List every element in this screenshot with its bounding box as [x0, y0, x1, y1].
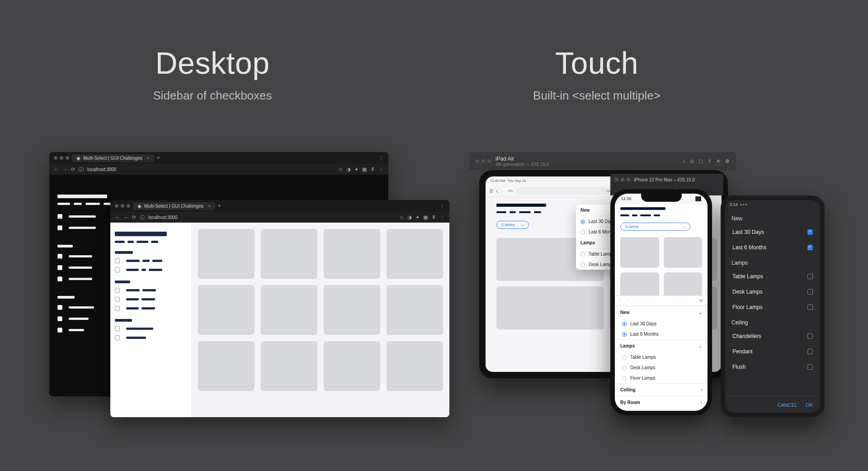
devtools-icon[interactable]: ▦	[362, 167, 367, 172]
share-icon[interactable]: ⇪	[708, 158, 712, 164]
option-row[interactable]: Flush	[729, 359, 816, 375]
checkbox-row[interactable]	[115, 267, 187, 272]
chevron-down-icon[interactable]: ˅	[626, 298, 628, 303]
simulator-titlebar: iPad Air 4th generation — iOS 15.0 ⌂ ⊙ ▢…	[469, 152, 736, 170]
back-icon[interactable]: ←	[54, 167, 59, 172]
checkbox-row[interactable]	[115, 335, 187, 340]
window-traffic-lights[interactable]	[615, 178, 630, 181]
grid-tile[interactable]	[198, 229, 255, 279]
brightness-icon[interactable]: ☀	[716, 158, 721, 164]
devtools-icon[interactable]: ▦	[423, 214, 428, 220]
window-traffic-lights[interactable]	[54, 156, 69, 160]
option-row[interactable]: Pendant	[729, 344, 816, 359]
section-header[interactable]: By Room›	[615, 396, 708, 409]
new-tab-button[interactable]: +	[157, 155, 160, 161]
checkbox-row[interactable]	[115, 258, 187, 263]
select-sheet[interactable]: ˄˅ ✕ New⌄ Last 30 Days Last 6 Months Lam…	[615, 295, 708, 411]
section-header[interactable]: Ceiling›	[615, 383, 708, 396]
close-icon[interactable]: ×	[208, 204, 211, 209]
sidebar-icon[interactable]: ▥	[489, 188, 493, 193]
chevron-up-icon[interactable]: ˄	[619, 298, 622, 303]
option-row[interactable]: Desk Lamps	[729, 284, 816, 300]
url-field[interactable]: localhost:3000	[148, 215, 396, 220]
option-row[interactable]: Last 30 Days	[729, 224, 816, 240]
browser-tab[interactable]: ◉ Multi-Select | GUI Challenges ×	[72, 154, 154, 162]
back-icon[interactable]: ‹	[496, 187, 498, 195]
info-icon[interactable]: ⓘ	[79, 166, 84, 173]
option-row[interactable]: Last 6 Months	[729, 240, 816, 255]
grid-tile[interactable]	[261, 285, 317, 335]
star-icon[interactable]: ☆	[338, 167, 343, 172]
checkbox-row[interactable]	[115, 306, 187, 311]
more-icon[interactable]: ⋮	[379, 155, 384, 161]
filter-pill[interactable]: 3 Items	[620, 223, 690, 231]
option-row[interactable]: Table Lamps	[615, 352, 708, 362]
home-icon[interactable]: ⌂	[682, 158, 685, 164]
star-icon[interactable]: ☆	[399, 214, 404, 220]
new-tab-button[interactable]: +	[218, 203, 221, 209]
browser-tab[interactable]: ◉ Multi-Select | GUI Challenges ×	[133, 202, 215, 210]
mic-icon[interactable]: 🎙	[431, 214, 436, 220]
rotate-icon[interactable]: ▢	[698, 158, 703, 164]
filter-pill[interactable]: 2 Items	[496, 221, 529, 229]
option-row[interactable]: Desk Lamps	[615, 362, 708, 373]
tab-bar: ◉ Multi-Select | GUI Challenges × + ⋮	[49, 152, 388, 164]
section-header[interactable]: Lamps⌄	[615, 339, 708, 352]
tab-bar: ◉ Multi-Select | GUI Challenges × + ⋮	[110, 200, 449, 212]
heading-touch-title: Touch	[461, 45, 732, 81]
grid-tile[interactable]	[387, 285, 443, 335]
mic-icon[interactable]: 🎙	[370, 167, 375, 172]
option-row[interactable]: Last 30 Days	[615, 319, 708, 329]
extension-icon[interactable]: ✦	[354, 167, 359, 172]
reload-icon[interactable]: ⟳	[132, 214, 136, 220]
option-row[interactable]: Floor Lamps	[615, 373, 708, 383]
grid-tile[interactable]	[198, 285, 255, 335]
shield-icon[interactable]: ◑	[407, 214, 412, 220]
grid-tile[interactable]	[387, 229, 443, 279]
cancel-button[interactable]: CANCEL	[777, 402, 797, 408]
chevron-down-icon: ⌄	[698, 310, 702, 315]
reload-icon[interactable]: ⟳	[71, 167, 75, 172]
grid-tile[interactable]	[324, 285, 380, 335]
window-traffic-lights[interactable]	[115, 204, 130, 208]
grid-tile[interactable]	[496, 286, 604, 329]
option-row[interactable]: Chandeliers	[729, 328, 816, 344]
text-size-button[interactable]: AA	[506, 189, 515, 193]
grid-tile[interactable]	[324, 341, 380, 391]
grid-tile[interactable]	[261, 341, 317, 391]
checkbox-checked-icon	[807, 229, 813, 235]
menu-icon[interactable]: ⋮	[379, 167, 384, 172]
ok-button[interactable]: OK	[806, 402, 813, 408]
grid-tile[interactable]	[387, 341, 443, 391]
radio-icon	[580, 252, 585, 257]
section-header[interactable]: New⌄	[615, 306, 708, 319]
close-icon[interactable]: ✕	[699, 298, 703, 304]
grid-tile[interactable]	[620, 237, 659, 268]
option-row[interactable]: Floor Lamps	[729, 300, 816, 315]
checkbox-row[interactable]	[115, 288, 187, 293]
checkbox-row[interactable]	[115, 297, 187, 302]
forward-icon[interactable]: →	[62, 167, 67, 172]
option-row[interactable]: Last 6 Months	[615, 329, 708, 339]
shield-icon[interactable]: ◑	[346, 167, 351, 172]
grid-tile[interactable]	[324, 229, 380, 279]
more-icon[interactable]: ⋮	[440, 203, 445, 209]
extension-icon[interactable]: ✦	[415, 214, 420, 220]
sheet-toolbar: ˄˅ ✕	[615, 296, 708, 306]
camera-icon[interactable]: ⊙	[690, 158, 694, 164]
url-field[interactable]: localhost:3000	[87, 167, 335, 172]
checkbox-row[interactable]	[115, 326, 187, 331]
info-icon[interactable]: ⓘ	[140, 214, 145, 221]
menu-icon[interactable]: ⋮	[440, 214, 445, 220]
grid-tile[interactable]	[198, 341, 255, 391]
window-traffic-lights[interactable]	[476, 159, 491, 163]
back-icon[interactable]: ←	[115, 214, 120, 220]
forward-icon[interactable]: ›	[501, 187, 503, 195]
settings-icon[interactable]: ⚙	[725, 158, 730, 164]
address-bar: ← → ⟳ ⓘ localhost:3000 ☆ ◑ ✦ ▦ 🎙 ⋮	[110, 212, 449, 223]
forward-icon[interactable]: →	[123, 214, 128, 220]
grid-tile[interactable]	[664, 237, 703, 268]
grid-tile[interactable]	[261, 229, 317, 279]
option-row[interactable]: Table Lamps	[729, 269, 816, 284]
close-icon[interactable]: ×	[147, 156, 150, 161]
